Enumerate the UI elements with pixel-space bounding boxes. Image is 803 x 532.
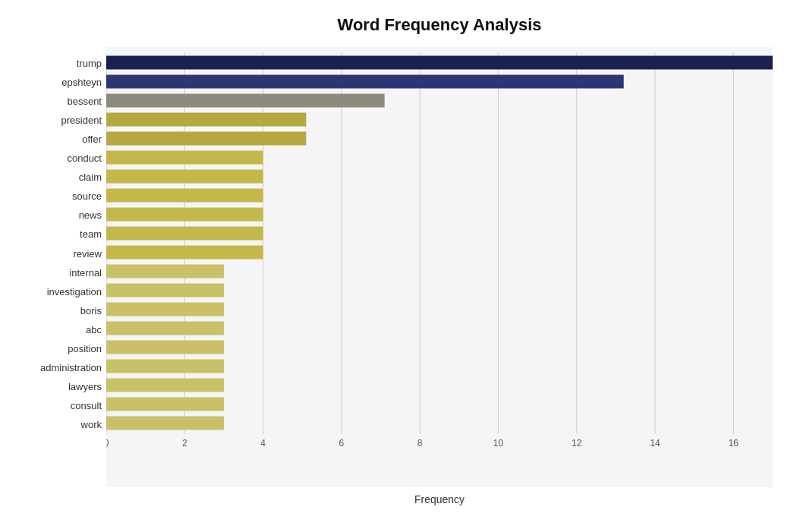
bar-label: president — [3, 114, 102, 125]
bar-label: investigation — [3, 285, 102, 297]
svg-text:16: 16 — [729, 438, 739, 449]
svg-rect-19 — [106, 56, 773, 70]
svg-rect-21 — [106, 94, 385, 108]
svg-rect-25 — [106, 170, 263, 184]
svg-rect-22 — [106, 113, 306, 127]
bar-label: consult — [3, 400, 102, 411]
bar-label: offer — [3, 133, 102, 144]
svg-text:8: 8 — [417, 438, 423, 449]
svg-text:6: 6 — [339, 438, 345, 449]
svg-rect-23 — [106, 132, 306, 146]
chart-title: Word Frequency Analysis — [106, 15, 773, 35]
svg-rect-38 — [106, 417, 224, 430]
bar-label: news — [3, 209, 102, 221]
bar-label: position — [3, 343, 102, 354]
bar-label: abc — [3, 323, 102, 335]
bar-label: team — [3, 228, 102, 240]
bar-label: review — [3, 247, 102, 259]
bar-label: source — [3, 190, 102, 202]
chart-area: 0246810121416trumpepshteynbessentpreside… — [106, 47, 773, 487]
chart-container: Word Frequency Analysis 0246810121416tru… — [0, 0, 803, 532]
bar-label: administration — [3, 362, 102, 373]
bar-label: work — [3, 419, 102, 430]
bar-label: claim — [3, 172, 102, 183]
svg-text:12: 12 — [572, 438, 582, 449]
svg-rect-31 — [106, 284, 224, 297]
bar-label: boris — [3, 304, 102, 316]
svg-text:4: 4 — [260, 438, 266, 449]
bar-label: bessent — [3, 95, 102, 106]
bar-label: trump — [3, 57, 102, 68]
bar-label: internal — [3, 266, 102, 278]
svg-text:0: 0 — [106, 438, 109, 449]
svg-text:10: 10 — [493, 438, 504, 449]
bar-label: epshteyn — [3, 76, 102, 87]
svg-rect-30 — [106, 265, 224, 279]
x-axis-title: Frequency — [106, 493, 773, 505]
svg-text:14: 14 — [650, 438, 660, 449]
bar-label: conduct — [3, 153, 102, 164]
svg-rect-35 — [106, 360, 224, 373]
svg-rect-29 — [106, 246, 263, 260]
svg-rect-26 — [106, 189, 263, 203]
svg-rect-24 — [106, 151, 263, 165]
svg-rect-34 — [106, 341, 224, 354]
svg-rect-32 — [106, 303, 224, 316]
svg-rect-28 — [106, 227, 263, 241]
bar-label: lawyers — [3, 381, 102, 392]
svg-text:2: 2 — [182, 438, 187, 449]
svg-rect-27 — [106, 208, 263, 222]
svg-rect-33 — [106, 322, 224, 335]
svg-rect-20 — [106, 75, 624, 89]
svg-rect-37 — [106, 398, 224, 411]
svg-rect-36 — [106, 379, 224, 392]
